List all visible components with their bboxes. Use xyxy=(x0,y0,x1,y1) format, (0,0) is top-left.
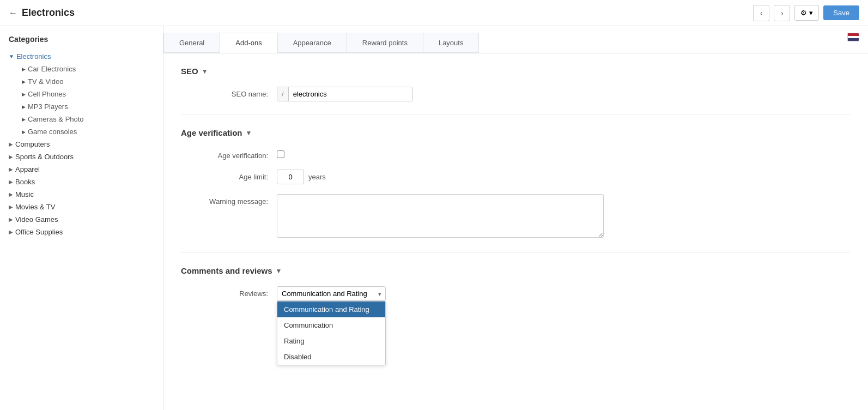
bullet-icon: ▶ xyxy=(22,129,26,135)
language-flag-icon[interactable] xyxy=(847,33,859,41)
reviews-row: Reviews: Communication and Rating Commun… xyxy=(181,286,851,301)
dropdown-option-disabled[interactable]: Disabled xyxy=(277,349,385,365)
bullet-icon: ▶ xyxy=(22,117,26,122)
sidebar-item-apparel[interactable]: ▶ Apparel xyxy=(0,163,163,176)
tab-reward-points[interactable]: Reward points xyxy=(347,33,423,53)
age-verification-chevron-icon: ▼ xyxy=(246,129,252,137)
nav-prev-button[interactable]: ‹ xyxy=(753,5,769,21)
age-verification-section-header[interactable]: Age verification ▼ xyxy=(181,128,851,137)
arrow-icon: ▶ xyxy=(9,141,13,147)
seo-input-wrapper: / xyxy=(277,87,413,101)
age-limit-field: years xyxy=(277,170,604,184)
form-content: SEO ▼ SEO name: / Age verification xyxy=(163,53,868,324)
warning-message-field xyxy=(277,194,604,239)
sidebar-title: Categories xyxy=(0,35,163,50)
arrow-icon: ▶ xyxy=(9,216,13,222)
settings-dropdown-icon: ▾ xyxy=(809,9,813,17)
reviews-dropdown-menu: Communication and Rating Communication R… xyxy=(277,301,386,365)
flag-area xyxy=(847,33,859,43)
comments-reviews-section-header[interactable]: Comments and reviews ▼ xyxy=(181,266,851,275)
sidebar-item-cameras-photo[interactable]: ▶ Cameras & Photo xyxy=(9,113,163,125)
dropdown-option-rating[interactable]: Rating xyxy=(277,333,385,349)
section-divider-2 xyxy=(181,252,851,253)
age-verification-section-title: Age verification xyxy=(181,128,242,137)
age-limit-input[interactable] xyxy=(277,170,304,184)
electronics-children: ▶ Car Electronics ▶ TV & Video ▶ Cell Ph… xyxy=(0,63,163,138)
save-button[interactable]: Save xyxy=(823,5,859,20)
age-verification-row: Age verification: xyxy=(181,148,851,160)
sidebar-item-mp3-players[interactable]: ▶ MP3 Players xyxy=(9,100,163,113)
sidebar-item-cell-phones[interactable]: ▶ Cell Phones xyxy=(9,88,163,100)
age-verification-label: Age verification: xyxy=(181,148,268,160)
content-area: General Add-ons Appearance Reward points… xyxy=(163,26,868,410)
warning-message-row: Warning message: xyxy=(181,194,851,239)
sidebar: Categories ▼ Electronics ▶ Car Electroni… xyxy=(0,26,163,410)
arrow-icon: ▶ xyxy=(9,166,13,172)
warning-message-label: Warning message: xyxy=(181,194,268,206)
tabs-bar: General Add-ons Appearance Reward points… xyxy=(163,26,868,53)
age-verification-checkbox[interactable] xyxy=(277,150,284,158)
gear-icon: ⚙ xyxy=(800,9,807,17)
age-limit-label: Age limit: xyxy=(181,170,268,181)
arrow-icon: ▶ xyxy=(9,179,13,185)
arrow-icon: ▶ xyxy=(9,191,13,197)
arrow-icon: ▼ xyxy=(9,53,14,59)
years-label: years xyxy=(308,173,326,181)
settings-button[interactable]: ⚙ ▾ xyxy=(794,5,819,21)
top-bar-left: ← Electronics xyxy=(9,7,75,19)
nav-next-button[interactable]: › xyxy=(774,5,790,21)
sidebar-item-tv-video[interactable]: ▶ TV & Video xyxy=(9,75,163,88)
reviews-label: Reviews: xyxy=(181,286,268,298)
bullet-icon: ▶ xyxy=(22,67,26,72)
sidebar-item-office-supplies[interactable]: ▶ Office Supplies xyxy=(0,226,163,238)
tab-layouts[interactable]: Layouts xyxy=(423,33,479,53)
dropdown-option-communication-rating[interactable]: Communication and Rating xyxy=(277,302,385,317)
sidebar-item-label: Electronics xyxy=(16,52,51,61)
reviews-field: Communication and Rating Communication R… xyxy=(277,286,604,301)
sidebar-item-sports-outdoors[interactable]: ▶ Sports & Outdoors xyxy=(0,150,163,163)
comments-reviews-chevron-icon: ▼ xyxy=(276,267,282,275)
page-title: Electronics xyxy=(22,7,75,19)
age-limit-wrapper: years xyxy=(277,170,604,184)
bullet-icon: ▶ xyxy=(22,79,26,85)
sidebar-item-game-consoles[interactable]: ▶ Game consoles xyxy=(9,125,163,138)
sidebar-item-car-electronics[interactable]: ▶ Car Electronics xyxy=(9,63,163,75)
back-button[interactable]: ← xyxy=(9,8,17,18)
age-limit-row: Age limit: years xyxy=(181,170,851,184)
arrow-icon: ▶ xyxy=(9,229,13,235)
tab-general[interactable]: General xyxy=(163,33,220,53)
main-layout: Categories ▼ Electronics ▶ Car Electroni… xyxy=(0,26,868,410)
sidebar-item-movies-tv[interactable]: ▶ Movies & TV xyxy=(0,201,163,213)
seo-prefix: / xyxy=(277,87,289,101)
sidebar-item-video-games[interactable]: ▶ Video Games xyxy=(0,213,163,226)
seo-name-row: SEO name: / xyxy=(181,87,851,101)
seo-text-input[interactable] xyxy=(289,87,412,101)
warning-message-textarea[interactable] xyxy=(277,194,604,238)
bullet-icon: ▶ xyxy=(22,92,26,97)
reviews-select[interactable]: Communication and Rating Communication R… xyxy=(277,286,386,301)
sidebar-item-books[interactable]: ▶ Books xyxy=(0,176,163,188)
sidebar-item-music[interactable]: ▶ Music xyxy=(0,188,163,201)
arrow-icon: ▶ xyxy=(9,154,13,160)
top-bar-right: ‹ › ⚙ ▾ Save xyxy=(753,5,859,21)
section-divider-1 xyxy=(181,114,851,115)
top-bar: ← Electronics ‹ › ⚙ ▾ Save xyxy=(0,0,868,26)
sidebar-item-computers[interactable]: ▶ Computers xyxy=(0,138,163,150)
comments-reviews-section-title: Comments and reviews xyxy=(181,266,272,275)
bullet-icon: ▶ xyxy=(22,104,26,110)
seo-chevron-icon: ▼ xyxy=(202,68,208,75)
sidebar-item-electronics[interactable]: ▼ Electronics xyxy=(0,50,163,63)
tab-addons[interactable]: Add-ons xyxy=(220,33,277,53)
dropdown-option-communication[interactable]: Communication xyxy=(277,317,385,333)
seo-name-field: / xyxy=(277,87,604,101)
seo-name-label: SEO name: xyxy=(181,87,268,98)
tab-appearance[interactable]: Appearance xyxy=(277,33,347,53)
arrow-icon: ▶ xyxy=(9,204,13,210)
seo-section-title: SEO xyxy=(181,67,198,76)
reviews-select-wrapper: Communication and Rating Communication R… xyxy=(277,286,386,301)
age-verification-field xyxy=(277,148,604,160)
seo-section-header[interactable]: SEO ▼ xyxy=(181,67,851,76)
content-inner: General Add-ons Appearance Reward points… xyxy=(163,26,868,410)
